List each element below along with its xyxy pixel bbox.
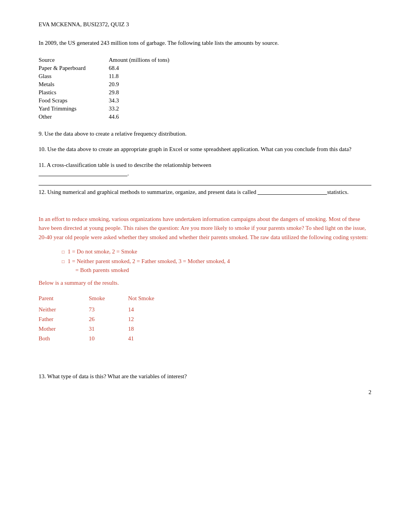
below-summary: Below is a summary of the results. xyxy=(39,280,371,286)
table-row: Plastics 29.8 xyxy=(39,88,193,97)
smoke-col-header: Smoke xyxy=(89,293,128,305)
red-paragraph: In an effort to reduce smoking, various … xyxy=(39,215,371,242)
bullet-1-icon: □ xyxy=(62,248,64,255)
question-12-start: 12. Using numerical and graphical method… xyxy=(39,189,258,195)
table-row: Metals 20.9 xyxy=(39,80,193,88)
parent-mother: Mother xyxy=(39,324,89,334)
not-smoke-both: 41 xyxy=(128,334,178,343)
bullet-2-icon: □ xyxy=(62,258,64,265)
amount-cell: 29.8 xyxy=(109,88,193,97)
table-row: Paper & Paperboard 68.4 xyxy=(39,64,193,72)
parent-neither: Neither xyxy=(39,305,89,314)
results-table: Parent Smoke Not Smoke Neither 73 14 Fat… xyxy=(39,293,371,343)
garbage-table: Source Amount (millions of tons) Paper &… xyxy=(39,56,371,121)
parent-col-header: Parent xyxy=(39,293,89,305)
results-header-row: Parent Smoke Not Smoke xyxy=(39,293,178,305)
col1-header: Source xyxy=(39,56,109,64)
question-12-block: 12. Using numerical and graphical method… xyxy=(39,188,371,197)
not-smoke-col-header: Not Smoke xyxy=(128,293,178,305)
coding-item-1-text: 1 = Do not smoke, 2 = Smoke xyxy=(68,247,137,256)
page-container: EVA MCKENNA, BUSI2372, QUIZ 3 In 2009, t… xyxy=(0,0,410,411)
source-cell: Metals xyxy=(39,80,109,88)
question-11-text: 11. A cross-classification table is used… xyxy=(39,162,211,168)
question-13: 13. What type of data is this? What are … xyxy=(39,372,371,381)
page-header: EVA MCKENNA, BUSI2372, QUIZ 3 xyxy=(39,21,371,28)
question-9: 9. Use the data above to create a relati… xyxy=(39,129,371,138)
question-12-blank xyxy=(258,194,327,195)
amount-cell: 34.3 xyxy=(109,97,193,105)
table-row: Food Scraps 34.3 xyxy=(39,97,193,105)
not-smoke-father: 12 xyxy=(128,314,178,324)
question-11-blank xyxy=(39,176,127,176)
source-cell: Glass xyxy=(39,72,109,80)
coding-item-2-text: 1 = Neither parent smoked, 2 = Father sm… xyxy=(68,257,230,274)
smoke-mother: 31 xyxy=(89,324,128,334)
table-row: Other 44.6 xyxy=(39,113,193,121)
intro-text: In 2009, the US generated 243 million to… xyxy=(39,39,371,48)
smoke-neither: 73 xyxy=(89,305,128,314)
parent-father: Father xyxy=(39,314,89,324)
col2-header: Amount (millions of tons) xyxy=(109,56,193,64)
amount-cell: 20.9 xyxy=(109,80,193,88)
not-smoke-mother: 18 xyxy=(128,324,178,334)
question-11-block: 11. A cross-classification table is used… xyxy=(39,161,371,178)
amount-cell: 44.6 xyxy=(109,113,193,121)
results-row-neither: Neither 73 14 xyxy=(39,305,178,314)
smoke-father: 26 xyxy=(89,314,128,324)
source-cell: Paper & Paperboard xyxy=(39,64,109,72)
amount-cell: 33.2 xyxy=(109,105,193,113)
source-cell: Yard Trimmings xyxy=(39,105,109,113)
table-header-row: Source Amount (millions of tons) xyxy=(39,56,193,64)
page-number: 2 xyxy=(369,389,372,396)
results-row-mother: Mother 31 18 xyxy=(39,324,178,334)
table-row: Yard Trimmings 33.2 xyxy=(39,105,193,113)
divider xyxy=(39,185,371,185)
source-cell: Food Scraps xyxy=(39,97,109,105)
question-10: 10. Use the data above to create an appr… xyxy=(39,145,371,154)
amount-cell: 11.8 xyxy=(109,72,193,80)
source-cell: Other xyxy=(39,113,109,121)
header-title: EVA MCKENNA, BUSI2372, QUIZ 3 xyxy=(39,21,129,27)
results-row-both: Both 10 41 xyxy=(39,334,178,343)
coding-item-1: □ 1 = Do not smoke, 2 = Smoke xyxy=(62,247,371,256)
coding-item-2: □ 1 = Neither parent smoked, 2 = Father … xyxy=(62,257,371,274)
results-row-father: Father 26 12 xyxy=(39,314,178,324)
coding-list: □ 1 = Do not smoke, 2 = Smoke □ 1 = Neit… xyxy=(62,247,371,275)
parent-both: Both xyxy=(39,334,89,343)
source-cell: Plastics xyxy=(39,88,109,97)
amount-cell: 68.4 xyxy=(109,64,193,72)
smoke-both: 10 xyxy=(89,334,128,343)
table-row: Glass 11.8 xyxy=(39,72,193,80)
question-12-end: statistics. xyxy=(327,189,348,195)
not-smoke-neither: 14 xyxy=(128,305,178,314)
